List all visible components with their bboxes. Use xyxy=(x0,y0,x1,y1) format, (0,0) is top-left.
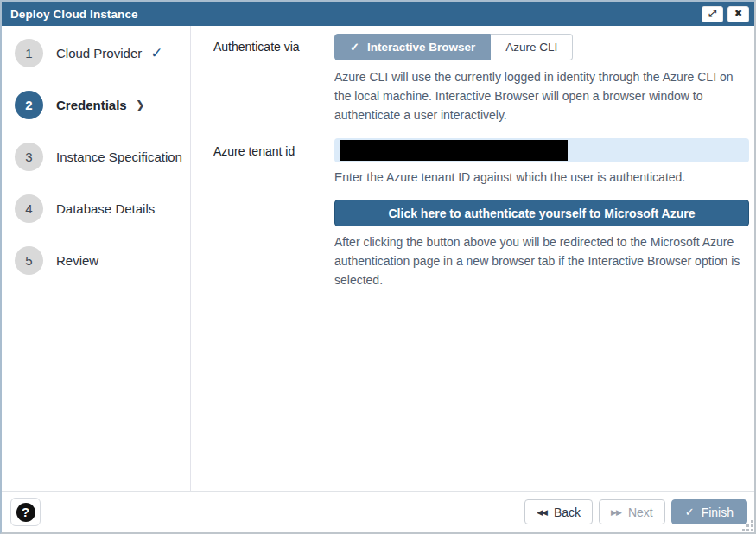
authenticate-row: Click here to authenticate yourself to M… xyxy=(213,200,750,289)
back-button-label: Back xyxy=(554,505,581,519)
finish-button-label: Finish xyxy=(702,505,734,519)
dialog-footer: ? ◀◀ Back ▶▶ Next ✓ Finish xyxy=(2,491,754,532)
step-label: Cloud Provider xyxy=(56,46,142,60)
back-icon: ◀◀ xyxy=(537,508,547,517)
toggle-azure-cli[interactable]: Azure CLI xyxy=(491,34,573,60)
next-icon: ▶▶ xyxy=(611,508,621,517)
help-button[interactable]: ? xyxy=(10,498,41,526)
authenticate-via-help-text: Azure CLI will use the currently logged … xyxy=(334,67,749,124)
step-active-chevron-icon: ❯ xyxy=(136,99,145,111)
authenticate-via-label: Authenticate via xyxy=(213,34,334,54)
maximize-button[interactable]: ⤢ xyxy=(702,6,723,22)
authenticate-via-toggle: ✓ Interactive Browser Azure CLI xyxy=(334,34,573,60)
step-label: Credentials xyxy=(56,98,127,112)
redacted-value-overlay xyxy=(340,140,568,161)
credentials-form: Authenticate via ✓ Interactive Browser A… xyxy=(191,26,754,491)
step-cloud-provider[interactable]: 1 Cloud Provider ✓ xyxy=(2,27,190,79)
tenant-id-label: Azure tenant id xyxy=(213,138,334,158)
close-icon: ✖ xyxy=(734,7,742,21)
toggle-option-label: Interactive Browser xyxy=(367,41,475,54)
authenticate-via-row: Authenticate via ✓ Interactive Browser A… xyxy=(213,34,750,124)
wizard-steps-sidebar: 1 Cloud Provider ✓ 2 Credentials ❯ 3 Ins… xyxy=(2,26,191,491)
dialog-title: Deploy Cloud Instance xyxy=(10,8,697,21)
authenticate-row-spacer xyxy=(213,200,334,206)
step-label: Review xyxy=(56,253,98,268)
toggle-option-label: Azure CLI xyxy=(505,41,557,54)
resize-grip[interactable] xyxy=(751,529,753,531)
step-completed-check-icon: ✓ xyxy=(150,44,162,62)
step-number: 5 xyxy=(15,246,43,275)
step-label: Instance Specification xyxy=(56,149,182,164)
authenticate-azure-button[interactable]: Click here to authenticate yourself to M… xyxy=(334,200,749,226)
step-database-details[interactable]: 4 Database Details xyxy=(2,182,190,234)
toggle-interactive-browser[interactable]: ✓ Interactive Browser xyxy=(334,34,491,60)
finish-button[interactable]: ✓ Finish xyxy=(671,499,747,524)
step-number: 2 xyxy=(15,91,43,119)
maximize-icon: ⤢ xyxy=(708,7,716,21)
back-button[interactable]: ◀◀ Back xyxy=(524,499,593,524)
next-button[interactable]: ▶▶ Next xyxy=(599,499,665,524)
help-icon: ? xyxy=(16,503,35,522)
step-review[interactable]: 5 Review xyxy=(2,234,190,286)
selected-check-icon: ✓ xyxy=(350,41,359,54)
dialog-body: 1 Cloud Provider ✓ 2 Credentials ❯ 3 Ins… xyxy=(2,26,754,491)
step-number: 1 xyxy=(15,39,43,67)
tenant-id-row: Azure tenant id Enter the Azure tenant I… xyxy=(213,138,750,187)
tenant-id-help-text: Enter the Azure tenant ID against which … xyxy=(334,168,749,187)
deploy-cloud-instance-dialog: Deploy Cloud Instance ⤢ ✖ 1 Cloud Provid… xyxy=(0,0,756,534)
close-button[interactable]: ✖ xyxy=(727,6,749,22)
titlebar: Deploy Cloud Instance ⤢ ✖ xyxy=(2,2,754,26)
authenticate-help-text: After clicking the button above you will… xyxy=(334,232,749,289)
step-credentials[interactable]: 2 Credentials ❯ xyxy=(2,79,190,130)
tenant-id-input[interactable] xyxy=(334,138,749,162)
step-number: 3 xyxy=(15,143,43,171)
step-number: 4 xyxy=(15,194,43,223)
step-label: Database Details xyxy=(56,201,155,216)
next-button-label: Next xyxy=(628,505,653,519)
step-instance-specification[interactable]: 3 Instance Specification xyxy=(2,130,190,182)
finish-check-icon: ✓ xyxy=(685,505,695,518)
